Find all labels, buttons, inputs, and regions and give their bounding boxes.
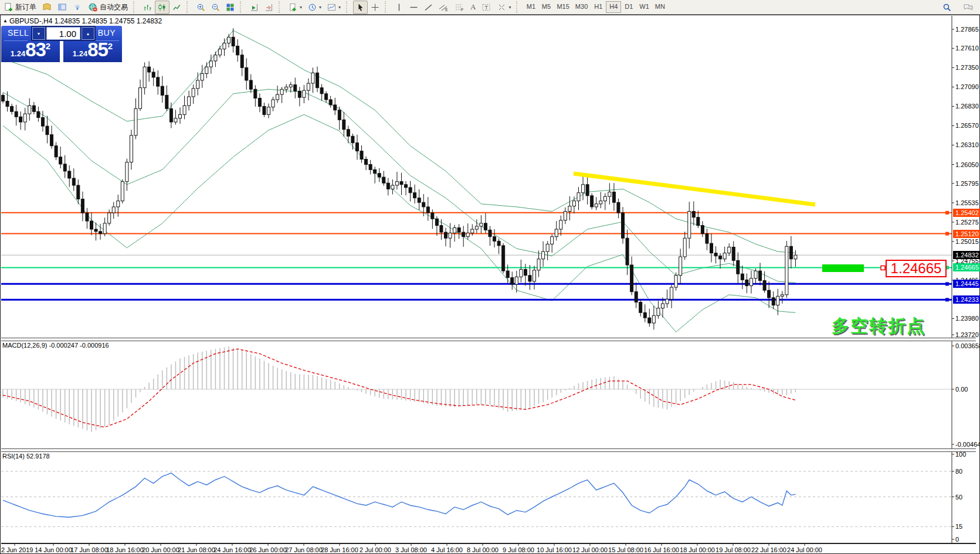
- timeframe-m30-button[interactable]: M30: [572, 1, 591, 13]
- price-level-label: 1.24233: [953, 295, 980, 304]
- sell-price: 1.24832: [1, 39, 60, 61]
- zoom-in-button[interactable]: [194, 1, 208, 14]
- price-tick: 1.26570: [955, 122, 979, 129]
- timeframe-m1-button[interactable]: M1: [523, 1, 538, 13]
- candlestick-chart-button[interactable]: [155, 1, 169, 14]
- price-tick: 1.26830: [955, 103, 979, 110]
- time-tick-label: 2 Jun 2019: [1, 546, 33, 553]
- volume-increase-button[interactable]: ▲: [82, 27, 94, 40]
- time-tick-label: 3 Jul 08:00: [395, 546, 427, 553]
- rsi-layer: [1, 471, 952, 526]
- chart-canvas[interactable]: [0, 0, 980, 554]
- volume-decrease-button[interactable]: ▼: [32, 27, 45, 40]
- price-tick: 1.25535: [955, 199, 979, 206]
- toolbar-separator: [279, 1, 284, 13]
- svg-text:F: F: [461, 8, 463, 12]
- panel-collapse-icon[interactable]: ▲: [3, 18, 8, 23]
- macd-layer: [1, 346, 952, 432]
- time-tick-label: 20 Jun 00:00: [142, 546, 179, 553]
- zoom-out-button[interactable]: [208, 1, 223, 14]
- volume-input[interactable]: 1.00: [46, 27, 80, 40]
- new-order-button[interactable]: 新订单: [1, 1, 39, 14]
- price-level-label: 1.25402: [953, 209, 980, 217]
- indicators-icon: [289, 3, 297, 12]
- timeframe-w1-button[interactable]: W1: [636, 1, 652, 13]
- timeframe-m15-button[interactable]: M15: [554, 1, 572, 13]
- vertical-line-icon: [395, 3, 403, 12]
- signals-button[interactable]: [70, 1, 85, 14]
- label-button[interactable]: T: [479, 1, 494, 14]
- market-watch-button[interactable]: [39, 1, 55, 14]
- timeframe-h4-button[interactable]: H4: [606, 1, 621, 13]
- search-icon[interactable]: [940, 1, 954, 14]
- timeframe-mn-button[interactable]: MN: [652, 1, 668, 13]
- rsi-tick: 50: [955, 494, 962, 501]
- toolbar: 新订单自动交易▾▾▾EFAT▾M1M5M15M30H1H4D1W1MN: [0, 0, 980, 15]
- cursor-button[interactable]: [353, 1, 368, 14]
- toolbar-separator: [346, 1, 351, 13]
- timeframe-m5-button[interactable]: M5: [538, 1, 554, 13]
- time-tick-label: 12 Jul 00:00: [572, 546, 608, 553]
- tile-windows-button[interactable]: [223, 1, 238, 14]
- periods-dropdown-icon[interactable]: ▾: [319, 5, 321, 10]
- channel-icon: E: [439, 3, 449, 12]
- fibonacci-button[interactable]: F: [452, 1, 467, 14]
- chinese-note[interactable]: 多空转折点: [832, 314, 925, 338]
- templates-dropdown-icon[interactable]: ▾: [338, 5, 341, 10]
- time-tick-label: 21 Jun 08:00: [178, 546, 215, 553]
- bar-chart-button[interactable]: [140, 1, 155, 14]
- arrows-button[interactable]: ▾: [494, 1, 514, 14]
- one-click-trading-panel: SELL 1.24832 BUY 1.24852 ▼ 1.00 ▲: [1, 26, 122, 62]
- timeframe-d1-button[interactable]: D1: [621, 1, 636, 13]
- signals-icon: [73, 2, 82, 12]
- mt4-application: 新订单自动交易▾▾▾EFAT▾M1M5M15M30H1H4D1W1MN ▲ GB…: [0, 0, 980, 554]
- horizontal-line-button[interactable]: [406, 1, 421, 14]
- price-tick: 1.27610: [955, 45, 979, 52]
- time-tick-label: 18 Jul 00:00: [680, 546, 715, 553]
- toolbar-separator: [186, 1, 192, 13]
- crosshair-button[interactable]: [368, 1, 382, 14]
- chat-icon[interactable]: [960, 1, 976, 14]
- trendline-icon: [424, 3, 433, 12]
- price-tick: 1.23720: [955, 331, 979, 338]
- price-tick: 1.26310: [955, 141, 979, 148]
- text-button[interactable]: A: [467, 1, 479, 14]
- rsi-pane-separator[interactable]: [1, 448, 976, 452]
- time-tick-label: 26 Jun 00:00: [249, 546, 287, 553]
- tile-windows-icon: [226, 3, 235, 12]
- price-tick: 1.25015: [955, 238, 979, 245]
- chart-shift-button[interactable]: [262, 1, 276, 14]
- arrows-dropdown-icon[interactable]: ▾: [508, 5, 511, 10]
- time-tick-label: 22 Jul 16:00: [751, 546, 786, 553]
- time-tick-label: 27 Jun 08:00: [285, 546, 323, 553]
- auto-scroll-button[interactable]: [247, 1, 262, 14]
- macd-pane-separator[interactable]: [1, 338, 976, 341]
- templates-button[interactable]: ▾: [324, 1, 344, 14]
- time-tick-label: 10 Jul 16:00: [537, 546, 572, 553]
- new-order-label: 新订单: [15, 2, 36, 12]
- toolbar-separator: [240, 1, 245, 13]
- zoom-in-icon: [196, 3, 205, 12]
- svg-text:E: E: [445, 8, 448, 12]
- indicators-dropdown-icon[interactable]: ▾: [300, 5, 302, 10]
- navigator-button[interactable]: [55, 1, 70, 14]
- sell-label: SELL: [8, 28, 29, 38]
- auto-scroll-icon: [250, 3, 259, 12]
- arrows-icon: [497, 3, 506, 12]
- periods-button[interactable]: ▾: [305, 1, 324, 14]
- channel-button[interactable]: E: [436, 1, 452, 14]
- timeframe-h1-button[interactable]: H1: [591, 1, 606, 13]
- horizontal-line-icon: [409, 3, 418, 12]
- indicators-button[interactable]: ▾: [286, 1, 305, 14]
- autotrading-button[interactable]: 自动交易: [85, 1, 131, 14]
- templates-icon: [327, 3, 336, 12]
- vertical-line-button[interactable]: [392, 1, 406, 14]
- time-tick-label: 18 Jun 16:00: [106, 546, 144, 553]
- time-tick-label: 2 Jul 00:00: [360, 546, 391, 553]
- line-chart-icon: [172, 3, 181, 12]
- volume-control: ▼ 1.00 ▲: [31, 26, 96, 41]
- trendline-button[interactable]: [421, 1, 436, 14]
- chart-shift-icon: [265, 3, 273, 12]
- price-callout-label[interactable]: 1.24665: [886, 260, 947, 277]
- line-chart-button[interactable]: [169, 1, 184, 14]
